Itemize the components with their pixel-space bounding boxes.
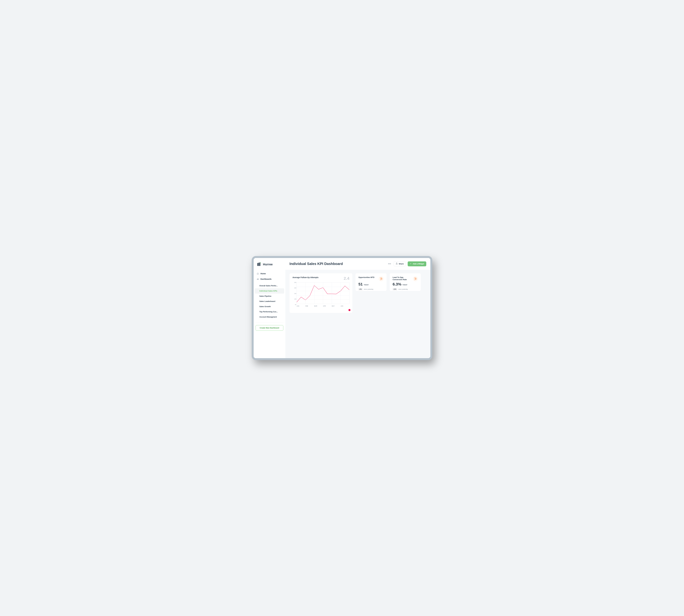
nav-home-label: Home — [260, 272, 266, 275]
add-widget-label: Add a Widget — [413, 263, 424, 265]
stat-delta: -6% — [359, 288, 363, 290]
hubspot-icon — [413, 276, 418, 281]
svg-marker-1 — [258, 263, 259, 266]
chart-body: 25020015010050 JANFEBMARAPRMAYJUN — [293, 282, 349, 308]
brand-name: Hurree — [263, 263, 273, 266]
sidebar-item-sales-pipeline[interactable]: Sales Pipeline — [255, 293, 284, 299]
svg-rect-6 — [258, 279, 258, 280]
sidebar-item-top-customers[interactable]: Top Performing Cus... — [255, 309, 284, 314]
stat-delta: +2% — [393, 288, 397, 290]
page-title: Individual Sales KPI Dashboard — [290, 262, 343, 266]
primary-nav: Home Dashboards Overall Sales Perfor... … — [254, 271, 285, 320]
app-root: Hurree Home Dashboards Overall Sales Pe — [254, 258, 430, 358]
svg-marker-0 — [257, 263, 258, 266]
main-area: Individual Sales KPI Dashboard ••• Share — [286, 258, 430, 358]
add-widget-button[interactable]: Add a Widget — [408, 261, 426, 266]
svg-point-21 — [416, 278, 416, 278]
stat-title: Opportunities MTD — [359, 276, 374, 281]
chart-title: Average Follow-Up Attempts — [293, 276, 318, 279]
topbar-actions: ••• Share Add a Widget — [388, 261, 426, 266]
nav-dashboards[interactable]: Dashboards — [255, 276, 284, 282]
stat-value: 51 — [359, 282, 363, 286]
plus-icon — [410, 263, 412, 265]
hubspot-icon — [379, 276, 384, 281]
widget-opportunities-mtd[interactable]: Opportunities MTD 51 TODAY -6% since yes… — [356, 273, 387, 291]
svg-point-16 — [381, 280, 381, 280]
sidebar: Hurree Home Dashboards Overall Sales Pe — [254, 258, 286, 358]
stat-since: since yesterday — [364, 288, 373, 290]
stat-value: 6.3% — [393, 282, 402, 286]
widget-followup-chart[interactable]: Average Follow-Up Attempts 2.4 250200150… — [290, 273, 352, 313]
nav-dashboards-label: Dashboards — [260, 278, 272, 280]
stat-period: TODAY — [403, 284, 407, 286]
svg-point-17 — [415, 278, 416, 279]
device-frame: Hurree Home Dashboards Overall Sales Pe — [252, 256, 432, 360]
sidebar-item-sales-growth[interactable]: Sales Growth — [255, 304, 284, 309]
chart-x-axis: JANFEBMARAPRMAYJUN — [297, 305, 349, 307]
sidebar-item-overall-sales[interactable]: Overall Sales Perfor... — [255, 283, 284, 288]
home-icon — [257, 272, 259, 275]
brand-logo[interactable]: Hurree — [254, 261, 285, 271]
stat-period: TODAY — [364, 284, 369, 286]
svg-point-10 — [381, 278, 382, 279]
sidebar-divider — [255, 322, 283, 323]
share-icon — [396, 263, 398, 265]
brand-mark-icon — [257, 262, 261, 267]
sidebar-item-sales-leaderboard[interactable]: Sales Leaderboard — [255, 299, 284, 304]
chart-header: Average Follow-Up Attempts 2.4 — [293, 276, 349, 281]
widget-lead-to-opp[interactable]: Lead To Opp Conversion Rate 6.3% TODAY +… — [390, 273, 421, 291]
share-label: Share — [399, 263, 404, 265]
sidebar-item-individual-kpis[interactable]: Individual Sales KPIs — [255, 288, 284, 293]
svg-rect-4 — [257, 279, 257, 280]
svg-point-22 — [414, 278, 415, 278]
dots-icon: ••• — [388, 263, 391, 265]
chart-headline-value: 2.4 — [344, 276, 349, 281]
svg-point-15 — [380, 278, 381, 278]
create-dashboard-button[interactable]: Create New Dashboard — [255, 325, 283, 331]
svg-point-14 — [381, 278, 382, 278]
sidebar-item-account-mgmt[interactable]: Account Managment — [255, 314, 284, 320]
content: Average Follow-Up Attempts 2.4 250200150… — [286, 270, 430, 316]
chart-plot-area — [297, 282, 349, 304]
bars-icon — [257, 278, 259, 280]
topbar: Individual Sales KPI Dashboard ••• Share — [286, 258, 430, 270]
chart-legend-dot-icon — [348, 309, 350, 311]
svg-point-23 — [415, 280, 415, 280]
svg-rect-5 — [257, 279, 258, 280]
stat-since: since yesterday — [398, 288, 408, 290]
dashboards-sublist: Overall Sales Perfor... Individual Sales… — [255, 283, 284, 320]
chart-y-axis: 25020015010050 — [293, 282, 296, 305]
more-menu-button[interactable]: ••• — [388, 262, 392, 266]
nav-home[interactable]: Home — [255, 271, 284, 276]
share-button[interactable]: Share — [394, 261, 406, 266]
stat-title: Lead To Opp Conversion Rate — [393, 276, 412, 281]
